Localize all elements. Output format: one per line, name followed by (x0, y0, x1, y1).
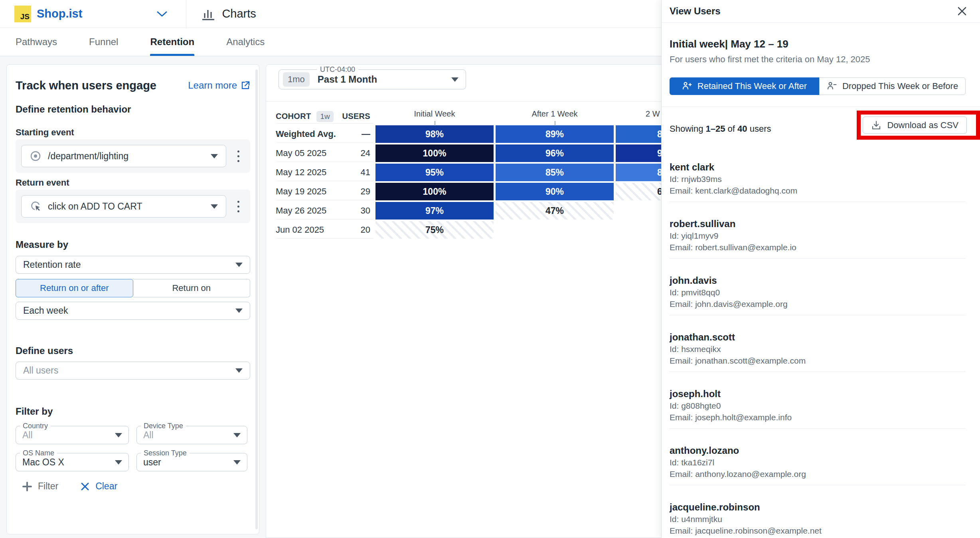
cohort-users: 30 (361, 206, 370, 216)
retention-cell[interactable]: 98% (375, 125, 494, 143)
clear-filters-button[interactable]: Clear (80, 481, 117, 492)
tab-retention[interactable]: Retention (150, 28, 194, 56)
week-header-after-1: After 1 Week (496, 109, 614, 124)
user-list-item[interactable]: kent clark Id: rnjwb39ms Email: kent.cla… (670, 145, 966, 202)
retention-cell[interactable]: 89% (496, 125, 614, 143)
os-name-filter-value: Mac OS X (22, 457, 115, 468)
cohort-week-heading: Initial week| May 12 – 19 (670, 38, 966, 50)
timezone-label: UTC-04:00 (317, 65, 358, 74)
return-on-or-after-button[interactable]: Return on or after (16, 279, 133, 297)
user-list-item[interactable]: john.davis Id: pmvit8qq0 Email: john.dav… (670, 259, 966, 315)
dropped-this-week-button[interactable]: Dropped This Week or Before (819, 77, 966, 95)
time-range-badge: 1mo (283, 72, 310, 87)
chevron-down-icon (235, 263, 243, 267)
add-filter-label: Filter (38, 481, 58, 492)
cohort-users: 20 (361, 225, 370, 235)
measure-metric-select[interactable]: Retention rate (16, 256, 250, 274)
cohort-interval-badge: 1w (316, 111, 333, 122)
session-type-filter-select[interactable]: Session Type user (136, 453, 247, 471)
retention-cell[interactable]: 100% (375, 183, 494, 200)
annotation-highlight-box: Download as CSV (857, 111, 980, 140)
download-csv-label: Download as CSV (887, 120, 958, 131)
user-list-item[interactable]: joseph.holt Id: g808hgte0 Email: joseph.… (670, 372, 966, 429)
user-email: Email: anthony.lozano@example.org (670, 468, 966, 480)
measure-metric-value: Retention rate (23, 259, 235, 270)
users-scope-value: All users (23, 365, 235, 376)
return-event-menu-button[interactable] (233, 201, 243, 212)
tab-analytics[interactable]: Analytics (226, 28, 265, 56)
users-column-header: USERS (342, 112, 370, 121)
tab-pathways[interactable]: Pathways (16, 28, 57, 56)
user-list-item[interactable]: jacqueline.robinson Id: u4nmmjtku Email:… (670, 485, 966, 538)
starting-event-menu-button[interactable] (233, 150, 243, 162)
time-range-picker[interactable]: UTC-04:00 1mo Past 1 Month (279, 69, 466, 89)
user-id: Id: u4nmmjtku (670, 513, 966, 525)
week-header-initial: Initial Week (375, 109, 494, 124)
country-filter-value: All (22, 430, 115, 441)
return-event-select[interactable]: click on ADD TO CART (21, 195, 226, 218)
starting-event-select[interactable]: /department/lighting (21, 145, 226, 167)
person-minus-icon (827, 81, 837, 91)
user-list-item[interactable]: robert.sullivan Id: yiql1myv9 Email: rob… (670, 202, 966, 259)
chevron-down-icon (211, 154, 218, 158)
user-name: anthony.lozano (670, 445, 966, 457)
cohort-label: Jun 02 2025 (276, 225, 324, 235)
cohort-label: Weighted Avg. (276, 129, 336, 139)
retention-cell[interactable]: 96% (496, 144, 614, 162)
cohort-label: May 19 2025 (276, 186, 326, 197)
measure-by-heading: Measure by (16, 239, 250, 250)
chevron-down-icon[interactable] (156, 10, 168, 18)
learn-more-link[interactable]: Learn more (188, 80, 250, 91)
page-title: Charts (222, 7, 256, 20)
user-name: john.davis (670, 275, 966, 287)
starting-event-label: Starting event (16, 127, 250, 138)
retention-cell[interactable]: 90% (496, 183, 614, 200)
chevron-down-icon (115, 433, 122, 437)
return-event-value: click on ADD TO CART (48, 201, 211, 212)
chevron-down-icon (233, 460, 241, 465)
return-mode-toggle: Return on or after Return on (16, 279, 250, 297)
user-email: Email: robert.sullivan@example.io (670, 241, 966, 253)
session-type-filter-value: user (143, 457, 233, 468)
tab-funnel[interactable]: Funnel (89, 28, 118, 56)
retention-cell[interactable]: 100% (375, 144, 494, 162)
download-csv-button[interactable]: Download as CSV (863, 117, 967, 134)
country-filter-select[interactable]: Country All (16, 426, 129, 444)
retained-this-week-button[interactable]: Retained This Week or After (670, 77, 819, 95)
user-list-item[interactable]: jonathan.scott Id: hsxmeqikx Email: jona… (670, 315, 966, 372)
retention-cell[interactable]: 95% (375, 164, 494, 181)
scrollbar[interactable] (255, 69, 258, 529)
workspace-switcher[interactable]: JS Shop.ist (14, 6, 168, 22)
bar-chart-icon (202, 8, 215, 20)
view-users-panel: View Users Initial week| May 12 – 19 For… (661, 0, 980, 538)
learn-more-label: Learn more (188, 80, 237, 91)
users-scope-select[interactable]: All users (16, 362, 250, 380)
return-on-button[interactable]: Return on (133, 279, 251, 297)
close-icon[interactable] (956, 5, 968, 17)
add-filter-button[interactable]: Filter (22, 481, 58, 492)
chevron-down-icon (451, 77, 458, 82)
cohort-column-header: COHORT (276, 112, 311, 121)
dropped-button-label: Dropped This Week or Before (842, 81, 958, 91)
clear-x-icon (80, 482, 90, 491)
user-list-item[interactable]: anthony.lozano Id: tka16zi7l Email: anth… (670, 429, 966, 485)
starting-event-value: /department/lighting (48, 151, 211, 162)
user-email: Email: john.davis@example.org (670, 298, 966, 310)
retention-cell-incomplete[interactable]: 47% (496, 202, 614, 220)
user-name: robert.sullivan (670, 218, 966, 230)
retention-cell[interactable]: 97% (375, 202, 494, 220)
time-range-value: Past 1 Month (318, 74, 451, 85)
interval-select[interactable]: Each week (16, 302, 250, 320)
cohort-week-subheading: For users who first met the criteria on … (670, 54, 966, 65)
device-type-filter-select[interactable]: Device Type All (136, 426, 247, 444)
cohort-label: May 05 2025 (276, 148, 326, 158)
user-name: kent clark (670, 161, 966, 173)
define-users-heading: Define users (16, 345, 250, 356)
os-name-filter-select[interactable]: OS Name Mac OS X (16, 453, 129, 471)
retained-button-label: Retained This Week or After (697, 81, 807, 91)
os-name-filter-label: OS Name (20, 449, 57, 457)
retention-cell-incomplete[interactable]: 75% (375, 221, 494, 239)
user-id: Id: tka16zi7l (670, 457, 966, 468)
user-id: Id: rnjwb39ms (670, 173, 966, 185)
retention-cell[interactable]: 85% (496, 164, 614, 181)
